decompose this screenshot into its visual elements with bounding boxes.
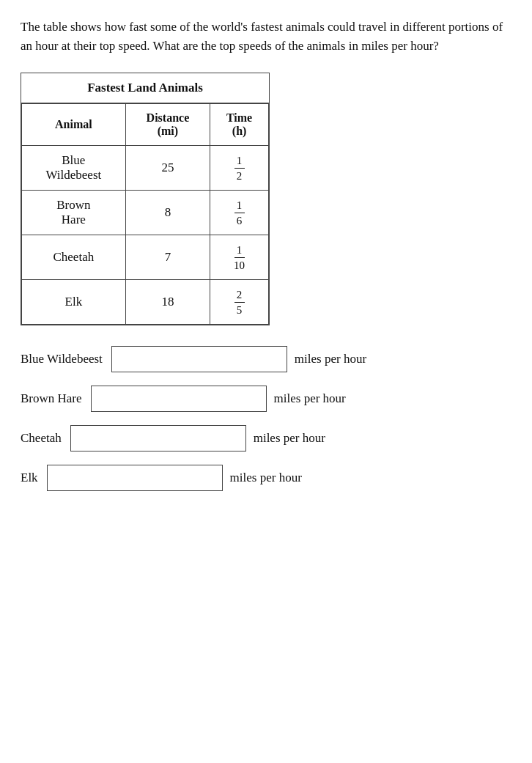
cheetah-suffix: miles per hour <box>254 431 325 446</box>
time-cell: 1 6 <box>210 190 269 235</box>
elk-suffix: miles per hour <box>230 471 302 485</box>
fastest-land-animals-table: Fastest Land Animals Animal Distance(mi)… <box>21 73 270 325</box>
table-title: Fastest Land Animals <box>21 73 269 103</box>
numerator: 2 <box>234 288 245 303</box>
col-header-time: Time(h) <box>210 103 269 145</box>
denominator: 2 <box>234 169 245 183</box>
cheetah-label: Cheetah <box>21 431 62 446</box>
denominator: 5 <box>234 303 245 317</box>
blue-wildebeest-answer-row: Blue Wildebeest miles per hour <box>21 346 511 372</box>
elk-input[interactable] <box>47 465 223 491</box>
brown-hare-label: Brown Hare <box>21 391 82 406</box>
table-header-row: Animal Distance(mi) Time(h) <box>22 103 269 145</box>
distance-cell: 7 <box>125 235 210 279</box>
blue-wildebeest-suffix: miles per hour <box>295 352 366 366</box>
time-cell: 2 5 <box>210 279 269 324</box>
col-header-animal: Animal <box>22 103 126 145</box>
animal-cell: BlueWildebeest <box>22 145 126 190</box>
elk-answer-row: Elk miles per hour <box>21 465 511 491</box>
distance-cell: 18 <box>125 279 210 324</box>
distance-cell: 8 <box>125 190 210 235</box>
answer-section: Blue Wildebeest miles per hour Brown Har… <box>21 346 511 491</box>
data-table: Animal Distance(mi) Time(h) BlueWildebee… <box>21 103 269 325</box>
blue-wildebeest-input[interactable] <box>111 346 287 372</box>
table-row: Elk 18 2 5 <box>22 279 269 324</box>
brown-hare-input[interactable] <box>91 386 267 412</box>
brown-hare-answer-row: Brown Hare miles per hour <box>21 386 511 412</box>
table-row: Cheetah 7 1 10 <box>22 235 269 279</box>
cheetah-input[interactable] <box>70 425 246 451</box>
numerator: 1 <box>234 199 245 213</box>
fraction: 1 6 <box>234 199 245 227</box>
blue-wildebeest-label: Blue Wildebeest <box>21 352 103 366</box>
animal-cell: Elk <box>22 279 126 324</box>
table-row: BrownHare 8 1 6 <box>22 190 269 235</box>
numerator: 1 <box>234 243 245 258</box>
animal-cell: Cheetah <box>22 235 126 279</box>
distance-cell: 25 <box>125 145 210 190</box>
table-row: BlueWildebeest 25 1 2 <box>22 145 269 190</box>
elk-label: Elk <box>21 471 38 485</box>
denominator: 6 <box>234 213 245 227</box>
fraction: 2 5 <box>234 288 245 317</box>
animal-cell: BrownHare <box>22 190 126 235</box>
brown-hare-suffix: miles per hour <box>274 391 346 406</box>
numerator: 1 <box>234 154 245 169</box>
cheetah-answer-row: Cheetah miles per hour <box>21 425 511 451</box>
fraction: 1 2 <box>234 154 245 183</box>
time-cell: 1 2 <box>210 145 269 190</box>
fraction: 1 10 <box>234 243 245 272</box>
col-header-distance: Distance(mi) <box>125 103 210 145</box>
time-cell: 1 10 <box>210 235 269 279</box>
intro-text: The table shows how fast some of the wor… <box>21 18 511 56</box>
denominator: 10 <box>234 258 245 272</box>
